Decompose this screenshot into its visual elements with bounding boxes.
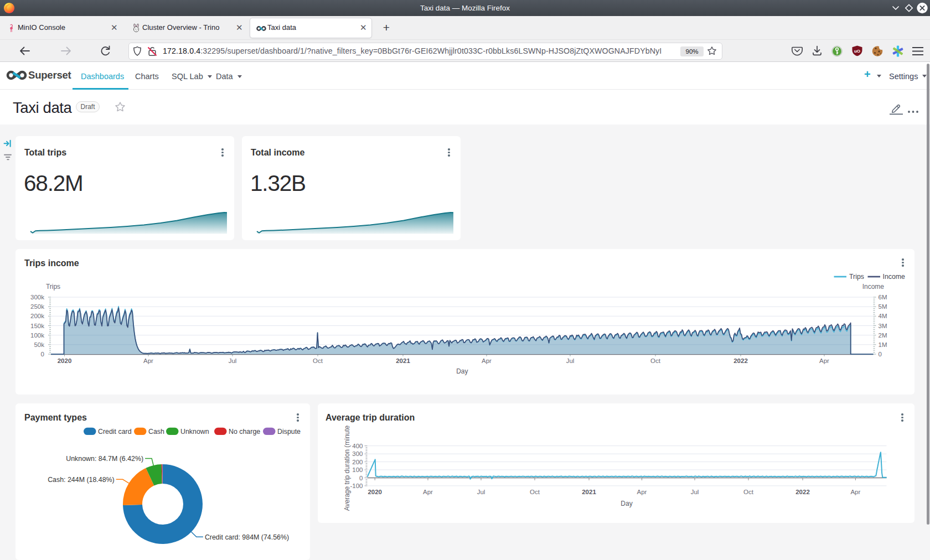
svg-text:Jul: Jul (477, 489, 485, 495)
svg-text:0: 0 (359, 475, 363, 481)
svg-text:3M: 3M (879, 323, 887, 329)
svg-text:50k: 50k (34, 341, 44, 348)
svg-text:2021: 2021 (582, 489, 596, 495)
svg-text:100: 100 (352, 466, 363, 473)
svg-text:Apr: Apr (637, 489, 647, 495)
svg-text:Income: Income (883, 273, 905, 281)
svg-text:2020: 2020 (58, 357, 72, 364)
svg-text:Credit card: Credit card (98, 428, 132, 435)
svg-text:2M: 2M (879, 332, 887, 339)
svg-text:Unknown: Unknown (180, 428, 209, 435)
svg-text:300: 300 (352, 450, 363, 457)
svg-text:Jul: Jul (691, 489, 699, 495)
svg-text:0: 0 (879, 351, 882, 357)
svg-text:Trips: Trips (46, 283, 60, 291)
svg-text:Cash: 244M (18.48%): Cash: 244M (18.48%) (48, 476, 115, 484)
svg-text:6M: 6M (879, 294, 887, 300)
svg-text:2020: 2020 (368, 489, 382, 495)
svg-text:Unknown: 84.7M (6.42%): Unknown: 84.7M (6.42%) (66, 455, 143, 463)
svg-text:Oct: Oct (530, 489, 540, 495)
svg-text:Jul: Jul (229, 357, 237, 364)
svg-text:Day: Day (621, 500, 632, 507)
svg-text:Credit card: 984M (74.56%): Credit card: 984M (74.56%) (205, 533, 289, 541)
svg-text:Oct: Oct (743, 489, 754, 495)
svg-text:2022: 2022 (733, 357, 748, 364)
svg-text:Apr: Apr (423, 489, 433, 495)
svg-text:Apr: Apr (482, 357, 492, 364)
svg-text:Income: Income (862, 283, 885, 291)
svg-text:250k: 250k (30, 303, 44, 310)
svg-text:100k: 100k (30, 332, 44, 339)
svg-text:Dispute: Dispute (277, 428, 301, 435)
svg-text:-100: -100 (350, 483, 363, 489)
svg-text:5M: 5M (879, 303, 887, 310)
svg-text:Trips: Trips (849, 273, 864, 281)
svg-text:1M: 1M (879, 341, 887, 348)
svg-text:Average trip duration (minute: Average trip duration (minute (343, 425, 351, 511)
svg-text:300k: 300k (30, 294, 44, 300)
svg-text:Oct: Oct (650, 357, 661, 364)
svg-text:200k: 200k (30, 313, 44, 319)
svg-text:Oct: Oct (313, 357, 323, 364)
svg-text:4M: 4M (879, 313, 887, 319)
svg-text:Apr: Apr (143, 357, 153, 364)
svg-text:0: 0 (41, 351, 44, 357)
svg-text:Day: Day (456, 367, 468, 375)
svg-text:Apr: Apr (850, 489, 860, 495)
svg-text:Apr: Apr (819, 357, 829, 364)
svg-text:200: 200 (352, 459, 363, 465)
svg-text:No charge: No charge (229, 428, 260, 435)
svg-text:2021: 2021 (396, 357, 410, 364)
svg-text:2022: 2022 (795, 489, 810, 495)
svg-text:400: 400 (352, 443, 363, 449)
svg-text:Cash: Cash (148, 428, 164, 435)
svg-text:Jul: Jul (566, 357, 575, 364)
svg-text:150k: 150k (30, 323, 44, 329)
svg-text:uO: uO (854, 49, 860, 54)
